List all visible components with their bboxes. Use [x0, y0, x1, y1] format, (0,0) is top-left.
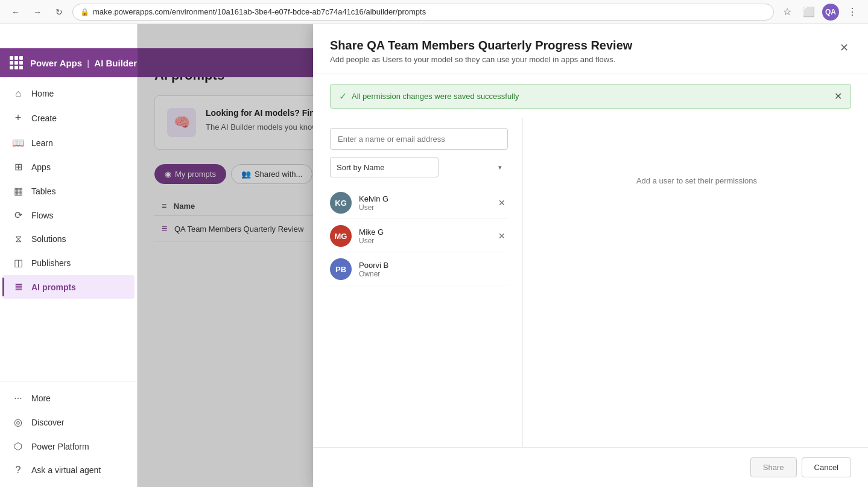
dialog-title: Share QA Team Members Quarterly Progress…: [330, 39, 632, 53]
tables-icon: ▦: [12, 185, 24, 197]
address-bar[interactable]: 🔒 make.powerapps.com/environment/10a161a…: [72, 4, 774, 21]
success-text: All permission changes were saved succes…: [352, 92, 519, 101]
dialog-footer: Share Cancel: [313, 447, 868, 487]
profile-button[interactable]: QA: [822, 4, 839, 21]
avatar-pb: PB: [330, 258, 352, 280]
back-button[interactable]: ←: [7, 4, 24, 21]
banner-close-button[interactable]: ✕: [834, 91, 842, 102]
sidebar-item-more[interactable]: ··· More: [2, 387, 135, 410]
share-dialog: Share QA Team Members Quarterly Progress…: [313, 24, 868, 487]
sidebar-item-learn[interactable]: 📖 Learn: [2, 131, 135, 154]
user-name-mg: Mike G: [359, 228, 489, 237]
create-icon: +: [12, 112, 24, 124]
waffle-icon[interactable]: [10, 56, 23, 69]
dialog-body: Sort by Name Sort by Role ▾ KG: [313, 118, 868, 447]
virtual-agent-icon: ?: [12, 465, 24, 476]
url-text: make.powerapps.com/environment/10a161ab-…: [93, 7, 426, 16]
add-user-placeholder: Add a user to set their permissions: [636, 176, 757, 185]
sidebar-virtual-agent-label: Ask a virtual agent: [31, 465, 101, 475]
apps-icon: ⊞: [12, 161, 24, 173]
user-info-kg: Kelvin G User: [359, 194, 489, 212]
success-icon: ✓: [339, 91, 347, 102]
sidebar-item-ai-prompts[interactable]: ≣ AI prompts: [2, 275, 135, 299]
sidebar-solutions-label: Solutions: [31, 234, 66, 244]
sidebar-learn-label: Learn: [31, 138, 53, 148]
sidebar-apps-label: Apps: [31, 162, 51, 172]
user-info-pb: Poorvi B Owner: [359, 261, 508, 278]
sidebar-item-power-platform[interactable]: ⬡ Power Platform: [2, 434, 135, 458]
dialog-header: Share QA Team Members Quarterly Progress…: [313, 24, 868, 74]
sidebar-item-discover[interactable]: ◎ Discover: [2, 410, 135, 434]
sidebar-nav: ≡ ⌂ Home + Create 📖 Learn ⊞ Apps ▦ Table…: [0, 53, 137, 381]
sidebar-item-create[interactable]: + Create: [2, 106, 135, 130]
sidebar-item-solutions[interactable]: ⧖ Solutions: [2, 228, 135, 250]
sidebar-ai-prompts-label: AI prompts: [31, 282, 76, 292]
header-brand: Power Apps | AI Builder: [30, 58, 137, 68]
sidebar-item-flows[interactable]: ⟳ Flows: [2, 203, 135, 227]
discover-icon: ◎: [12, 416, 24, 428]
sidebar-flows-label: Flows: [31, 211, 54, 220]
avatar-mg: MG: [330, 225, 352, 247]
flows-icon: ⟳: [12, 209, 24, 221]
ai-prompts-icon: ≣: [12, 281, 24, 293]
user-role-mg: User: [359, 237, 489, 245]
main-content: AI prompts 🧠 Looking for AI models? Find…: [138, 24, 868, 487]
learn-icon: 📖: [12, 137, 24, 148]
extension-button[interactable]: ⬜: [800, 4, 817, 21]
solutions-icon: ⧖: [12, 234, 24, 244]
success-banner: ✓ All permission changes were saved succ…: [330, 84, 851, 109]
user-role-pb: Owner: [359, 270, 508, 278]
dialog-left-panel: Sort by Name Sort by Role ▾ KG: [330, 118, 523, 447]
dialog-subtitle: Add people as Users to your model so the…: [330, 55, 632, 64]
user-list: KG Kelvin G User ✕ MG: [330, 187, 508, 285]
header-product: AI Builder: [94, 58, 137, 68]
sidebar-bottom: ··· More ◎ Discover ⬡ Power Platform ? A…: [0, 381, 137, 487]
share-button[interactable]: Share: [750, 457, 797, 477]
power-platform-icon: ⬡: [12, 441, 24, 452]
user-item-mg: MG Mike G User ✕: [330, 220, 508, 252]
cancel-button[interactable]: Cancel: [802, 457, 851, 477]
avatar-kg: KG: [330, 192, 352, 214]
chevron-down-icon: ▾: [498, 164, 502, 171]
header-powerapps: Power Apps: [30, 58, 82, 68]
browser-chrome: ← → ↻ 🔒 make.powerapps.com/environment/1…: [0, 0, 868, 24]
bookmark-button[interactable]: ☆: [779, 4, 796, 21]
sidebar-power-platform-label: Power Platform: [31, 442, 89, 451]
forward-button[interactable]: →: [29, 4, 46, 21]
sort-dropdown-container: Sort by Name Sort by Role ▾: [330, 157, 508, 177]
header-divider: |: [87, 58, 89, 68]
sidebar-item-tables[interactable]: ▦ Tables: [2, 179, 135, 203]
reload-button[interactable]: ↻: [51, 4, 68, 21]
user-info-mg: Mike G User: [359, 228, 489, 245]
search-input[interactable]: [330, 128, 508, 150]
home-icon: ⌂: [12, 88, 24, 99]
sidebar-publishers-label: Publishers: [31, 258, 71, 268]
user-name-pb: Poorvi B: [359, 261, 508, 270]
menu-button[interactable]: ⋮: [844, 4, 861, 21]
sidebar-create-label: Create: [31, 113, 57, 123]
more-icon: ···: [12, 393, 24, 404]
user-role-kg: User: [359, 203, 489, 212]
sidebar-item-apps[interactable]: ⊞ Apps: [2, 155, 135, 179]
user-item-pb: PB Poorvi B Owner: [330, 253, 508, 285]
sidebar-home-label: Home: [31, 89, 54, 98]
sidebar-item-publishers[interactable]: ◫ Publishers: [2, 251, 135, 275]
remove-user-mg-button[interactable]: ✕: [496, 229, 508, 243]
user-item-kg: KG Kelvin G User ✕: [330, 187, 508, 219]
sidebar-tables-label: Tables: [31, 186, 55, 196]
sidebar-item-virtual-agent[interactable]: ? Ask a virtual agent: [2, 459, 135, 482]
sort-dropdown[interactable]: Sort by Name Sort by Role: [330, 157, 439, 177]
sidebar: ≡ ⌂ Home + Create 📖 Learn ⊞ Apps ▦ Table…: [0, 24, 138, 487]
sidebar-item-home[interactable]: ⌂ Home: [2, 82, 135, 105]
user-name-kg: Kelvin G: [359, 194, 489, 203]
dialog-right-panel: Add a user to set their permissions: [523, 118, 851, 447]
sidebar-more-label: More: [31, 393, 51, 403]
dialog-close-button[interactable]: ✕: [837, 39, 851, 57]
sidebar-discover-label: Discover: [31, 418, 64, 427]
remove-user-kg-button[interactable]: ✕: [496, 196, 508, 210]
search-wrapper: [330, 128, 508, 150]
publishers-icon: ◫: [12, 257, 24, 269]
